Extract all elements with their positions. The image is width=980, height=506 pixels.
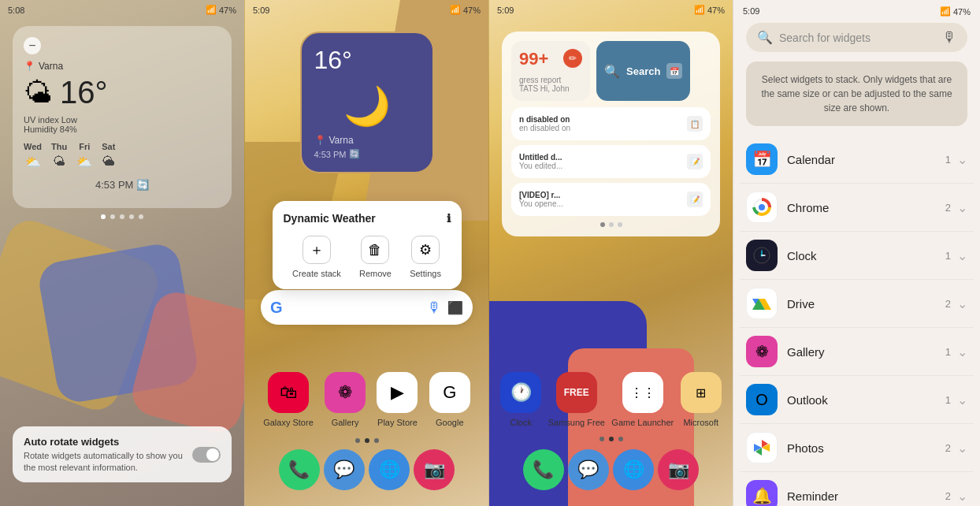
galaxy-store-app[interactable]: 🛍 Galaxy Store (263, 372, 314, 427)
panel2-search-bar[interactable]: G 🎙 ⬛ (261, 290, 473, 325)
panel4-mic-icon[interactable]: 🎙 (942, 29, 956, 46)
p3-note2-title: Untitled d... (519, 153, 562, 162)
list-item-outlook[interactable]: O Outlook 1 ⌄ (740, 376, 974, 424)
p3-count-card[interactable]: 99+ ✏ gress reportTATS Hi, John (511, 41, 590, 101)
list-item-gallery[interactable]: ❁ Gallery 1 ⌄ (740, 328, 974, 376)
camera-app[interactable]: 📷 (414, 449, 455, 490)
list-item-chrome[interactable]: Chrome 2 ⌄ (740, 184, 974, 232)
list-item-photos[interactable]: Photos 2 ⌄ (740, 424, 974, 472)
list-item-calendar[interactable]: 📅 Calendar 1 ⌄ (740, 136, 974, 184)
photos-app-name: Photos (787, 441, 945, 455)
p3-camera-app[interactable]: 📷 (658, 449, 699, 490)
p3-note3-icon: 📝 (687, 192, 703, 207)
p2-dot-2 (365, 438, 369, 443)
p3-note-1[interactable]: n disabled on en disabled on 📋 (511, 107, 711, 140)
forecast-wed: Wed ⛅ (24, 142, 42, 171)
game-launcher-app[interactable]: ⋮⋮ Game Launcher (611, 372, 674, 427)
panel2-bottom-dock: 📞 💬 🌐 📷 (245, 449, 488, 490)
outlook-app-name: Outlook (787, 393, 945, 407)
messages-app[interactable]: 💬 (324, 449, 365, 490)
forecast-fri: Fri ⛅ (76, 142, 92, 171)
p3-search-icon: 🔍 (604, 64, 620, 79)
samsung-free-label: Samsung Free (548, 418, 605, 427)
p2-create-stack-action[interactable]: ＋ Create stack (292, 236, 341, 278)
auto-rotate-desc: Rotate widgets automatically to show you… (24, 450, 192, 473)
calendar-chevron-icon: ⌄ (957, 152, 967, 167)
p2-time: 4:53 PM 🔄 (314, 149, 420, 159)
browser-app[interactable]: 🌐 (369, 449, 410, 490)
weather-forecast: Wed ⛅ Thu 🌤 Fri ⛅ Sat 🌥 (24, 142, 221, 171)
weather-location: 📍 Varna (24, 61, 221, 72)
calendar-count: 1 (945, 154, 951, 166)
gallery-label: Gallery (332, 418, 359, 427)
list-item-clock[interactable]: Clock 1 ⌄ (740, 232, 974, 280)
auto-rotate-text: Auto rotate widgets Rotate widgets autom… (24, 436, 192, 473)
panel-3: 5:09 📶 47% 99+ ✏ gress reportTATS Hi, Jo… (488, 0, 733, 506)
clock-chevron-icon: ⌄ (957, 248, 967, 263)
gallery-icon: ❁ (325, 372, 366, 413)
list-item-drive[interactable]: Drive 2 ⌄ (740, 280, 974, 328)
panel4-battery: 47% (953, 7, 971, 17)
reminder-chevron-icon: ⌄ (957, 489, 967, 504)
lens-search-icon[interactable]: ⬛ (447, 300, 463, 315)
widget-collapse-button[interactable]: − (24, 37, 41, 54)
panel3-widget-area: 99+ ✏ gress reportTATS Hi, John 🔍 Search… (502, 32, 720, 236)
p2-moon-icon: 🌙 (314, 84, 420, 128)
samsung-free-app[interactable]: FREE Samsung Free (548, 372, 605, 427)
p3-messages-app[interactable]: 💬 (568, 449, 609, 490)
calendar-app-icon: 📅 (746, 143, 778, 175)
widget-time: 4:53 PM 🔄 (24, 179, 221, 191)
p3-browser-app[interactable]: 🌐 (613, 449, 654, 490)
gallery-app[interactable]: ❁ Gallery (325, 372, 366, 427)
reminder-app-icon: 🔔 (746, 480, 778, 506)
p2-location: 📍 Varna (314, 135, 420, 146)
p3-search-card[interactable]: 🔍 Search 📅 (596, 41, 690, 101)
list-item-reminder[interactable]: 🔔 Reminder 2 ⌄ (740, 472, 974, 506)
widget-dots (0, 214, 244, 219)
panel1-status-icons: 📶 47% (206, 5, 236, 15)
panel-2: 5:09 📶 47% 16° 🌙 📍 Varna 4:53 PM 🔄 Dynam… (244, 0, 488, 506)
voice-search-icon[interactable]: 🎙 (427, 300, 441, 316)
panel4-status-icons: 📶 47% (940, 6, 971, 17)
panel4-search-input[interactable]: Search for widgets (779, 32, 936, 44)
gallery-count: 1 (945, 346, 951, 358)
panel4-signal-icon: 📶 (940, 6, 951, 17)
p2-weather-temp: 16° (314, 46, 420, 75)
google-app[interactable]: G Google (429, 372, 470, 427)
p3-top-row: 99+ ✏ gress reportTATS Hi, John 🔍 Search… (511, 41, 711, 101)
auto-rotate-toggle[interactable] (192, 447, 221, 463)
p2-menu-title: Dynamic Weather ℹ (284, 212, 451, 225)
galaxy-store-label: Galaxy Store (263, 418, 314, 427)
chrome-count: 2 (945, 202, 951, 214)
p3-note-2[interactable]: Untitled d... You edited... 📝 (511, 145, 711, 178)
clock-app-icon (746, 240, 778, 271)
p2-settings-action[interactable]: ⚙ Settings (410, 236, 441, 278)
auto-rotate-banner: Auto rotate widgets Rotate widgets autom… (13, 426, 232, 482)
panel4-search-bar[interactable]: 🔍 Search for widgets 🎙 (746, 23, 967, 52)
panel3-bottom-dock: 📞 💬 🌐 📷 (489, 449, 733, 490)
play-store-app[interactable]: ▶ Play Store (377, 372, 418, 427)
panel1-signal-icon: 📶 (206, 5, 217, 15)
panel2-time: 5:09 (253, 6, 269, 15)
phone-app[interactable]: 📞 (279, 449, 320, 490)
p3-note2-sub: You edited... (519, 162, 562, 170)
weather-details: UV index Low Humidity 84% (24, 115, 221, 134)
panel4-info-box: Select widgets to stack. Only widgets th… (746, 61, 967, 126)
panel2-weather-widget[interactable]: 16° 🌙 📍 Varna 4:53 PM 🔄 (300, 32, 434, 173)
p3-note1-icon: 📋 (687, 116, 703, 132)
location-pin-icon: 📍 (24, 61, 35, 72)
p3-phone-app[interactable]: 📞 (523, 449, 564, 490)
p2-remove-action[interactable]: 🗑 Remove (359, 236, 392, 278)
panel1-time: 5:08 (8, 6, 24, 15)
dot-2 (110, 214, 115, 219)
clock-app[interactable]: 🕐 Clock (500, 372, 541, 427)
panel4-info-text: Select widgets to stack. Only widgets th… (761, 74, 952, 113)
panel2-dots (245, 438, 488, 443)
p2-info-icon[interactable]: ℹ (447, 212, 451, 225)
panel1-weather-widget[interactable]: − 📍 Varna 🌤 16° UV index Low Humidity 84… (13, 26, 232, 208)
clock-count: 1 (945, 250, 951, 262)
dot-4 (129, 214, 134, 219)
outlook-chevron-icon: ⌄ (957, 393, 967, 407)
microsoft-app[interactable]: ⊞ Microsoft (681, 372, 722, 427)
p3-note-3[interactable]: [VIDEO] r... You opene... 📝 (511, 183, 711, 216)
